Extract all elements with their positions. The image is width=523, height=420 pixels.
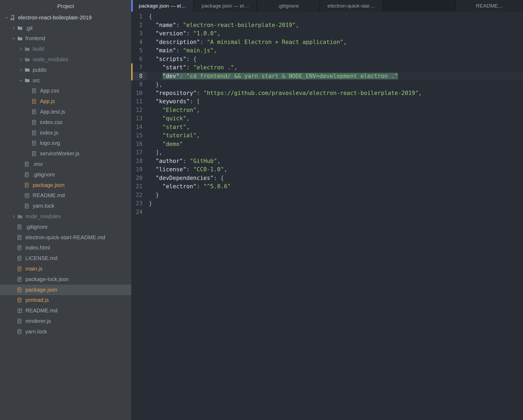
tree-item-electron-react-boilerplate-2019[interactable]: electron-react-boilerplate-2019 bbox=[0, 12, 131, 23]
file-icon bbox=[17, 245, 25, 250]
tree-item-yarn.lock[interactable]: yarn.lock bbox=[0, 326, 131, 337]
tree-item-index.html[interactable]: index.html bbox=[0, 243, 131, 253]
tree-item-build[interactable]: build bbox=[0, 44, 131, 54]
tree-item-app.js[interactable]: App.js bbox=[0, 96, 131, 107]
tree-item-frontend[interactable]: frontend bbox=[0, 33, 131, 44]
code-line-7: 7 "start": "electron .", bbox=[131, 63, 523, 72]
line-number: 22 bbox=[131, 191, 146, 200]
tree-item-node-modules[interactable]: node_modules bbox=[0, 54, 131, 65]
tree-item-.gitignore[interactable]: .gitignore bbox=[0, 169, 131, 180]
tree-item-package-lock.json[interactable]: package-lock.json bbox=[0, 274, 131, 285]
tree-item-preload.js[interactable]: preload.js bbox=[0, 295, 131, 306]
tree-item-app.css[interactable]: App.css bbox=[0, 86, 131, 96]
tree-item-label: yarn.lock bbox=[25, 329, 47, 335]
editor-tab-2[interactable]: .gitignore bbox=[257, 0, 320, 12]
tree-item-yarn.lock[interactable]: yarn.lock bbox=[0, 201, 131, 211]
tree-item-.gitignore[interactable]: .gitignore bbox=[0, 222, 131, 232]
tree-item-label: .gitignore bbox=[25, 224, 48, 230]
file-icon bbox=[25, 203, 33, 209]
file-icon bbox=[17, 329, 25, 334]
file-icon bbox=[17, 277, 25, 282]
code-text: "version": "1.0.0", bbox=[146, 29, 523, 38]
tree-item-public[interactable]: public bbox=[0, 65, 131, 75]
folder-icon bbox=[17, 36, 25, 41]
line-number: 15 bbox=[131, 131, 146, 140]
tree-item-label: .gitignore bbox=[33, 172, 55, 178]
tree-item-label: README.md bbox=[33, 192, 65, 199]
line-number: 6 bbox=[131, 55, 146, 64]
code-text: }, bbox=[146, 80, 523, 89]
chevron-down-icon[interactable] bbox=[17, 79, 25, 82]
tree-item-package.json[interactable]: package.json bbox=[0, 180, 131, 190]
tree-item-license.md[interactable]: LICENSE.md bbox=[0, 253, 131, 264]
line-number: 11 bbox=[131, 97, 146, 106]
code-text: } bbox=[146, 199, 523, 208]
tree-item-electron-quick-start-readme.md[interactable]: electron-quick-start-README.md bbox=[0, 232, 131, 243]
code-line-21: 21 "electron": "^5.0.6" bbox=[131, 182, 523, 191]
tree-item-index.js[interactable]: index.js bbox=[0, 128, 131, 138]
tree-item-label: package.json bbox=[33, 182, 65, 188]
book-icon bbox=[25, 193, 33, 198]
tree-item-label: public bbox=[33, 67, 47, 73]
file-icon bbox=[32, 99, 40, 104]
chevron-down-icon[interactable] bbox=[3, 16, 10, 19]
chevron-right-icon[interactable] bbox=[17, 58, 25, 61]
tree-item-readme.md[interactable]: README.md bbox=[0, 305, 131, 316]
tree-item-.git[interactable]: .git bbox=[0, 23, 131, 33]
book-icon bbox=[17, 308, 25, 313]
tree-item-app.test.js[interactable]: App.test.js bbox=[0, 107, 131, 117]
tree-item-label: App.test.js bbox=[40, 109, 65, 115]
editor-pane: package.json — el…package.json — el….git… bbox=[131, 0, 523, 420]
line-number: 12 bbox=[131, 106, 146, 115]
tree-item-label: package.json bbox=[25, 287, 57, 293]
tree-item-node-modules[interactable]: node_modules bbox=[0, 211, 131, 222]
tree-item-serviceworker.js[interactable]: serviceWorker.js bbox=[0, 148, 131, 159]
code-text: "tutorial", bbox=[146, 131, 523, 140]
line-number: 21 bbox=[131, 182, 146, 191]
file-icon bbox=[32, 151, 40, 156]
code-text: "electron": "^5.0.6" bbox=[146, 182, 523, 191]
chevron-down-icon[interactable] bbox=[10, 37, 17, 40]
editor-tab-1[interactable]: package.json — el… bbox=[194, 0, 257, 12]
code-line-12: 12 "Electron", bbox=[131, 106, 523, 115]
code-text: "author": "GitHub", bbox=[146, 157, 523, 166]
file-icon bbox=[17, 256, 25, 261]
tree-item-index.css[interactable]: index.css bbox=[0, 117, 131, 128]
code-line-14: 14 "start", bbox=[131, 123, 523, 132]
code-line-4: 4 "description": "A minimal Electron + R… bbox=[131, 38, 523, 47]
tree-item-label: .git bbox=[25, 25, 33, 31]
tree-item-readme.md[interactable]: README.md bbox=[0, 190, 131, 201]
tree-item-label: node_modules bbox=[25, 213, 61, 220]
code-text: "main": "main.js", bbox=[146, 46, 523, 55]
code-text: "scripts": { bbox=[146, 55, 523, 64]
tree-item-label: node_modules bbox=[33, 56, 68, 63]
line-number: 23 bbox=[131, 199, 146, 208]
tree-item-renderer.js[interactable]: renderer.js bbox=[0, 316, 131, 326]
chevron-right-icon[interactable] bbox=[10, 215, 17, 218]
code-editor[interactable]: 1{2 "name": "electron-react-boilerplate-… bbox=[131, 12, 523, 420]
chevron-right-icon[interactable] bbox=[17, 47, 25, 51]
tree-item-src[interactable]: src bbox=[0, 75, 131, 86]
tree-item-label: index.css bbox=[40, 119, 62, 125]
line-number: 10 bbox=[131, 89, 146, 98]
tree-item-logo.svg[interactable]: logo.svg bbox=[0, 138, 131, 149]
editor-tab-4[interactable]: README… bbox=[455, 0, 523, 12]
code-text: "repository": "https://github.com/pravos… bbox=[146, 89, 523, 98]
code-line-10: 10 "repository": "https://github.com/pra… bbox=[131, 89, 523, 98]
chevron-right-icon[interactable] bbox=[17, 68, 25, 72]
code-line-9: 9 }, bbox=[131, 80, 523, 89]
folder-icon bbox=[25, 57, 33, 62]
tree-item-label: .env bbox=[33, 161, 43, 167]
line-number: 24 bbox=[131, 208, 146, 217]
code-text: } bbox=[146, 191, 523, 200]
editor-tab-0[interactable]: package.json — el… bbox=[131, 0, 194, 12]
tab-label: package.json — el… bbox=[135, 3, 190, 9]
editor-tab-3[interactable]: electron-quick-star… bbox=[320, 0, 383, 12]
tree-item-package.json[interactable]: package.json bbox=[0, 285, 131, 295]
code-line-23: 23} bbox=[131, 199, 523, 208]
tree-item-label: frontend bbox=[25, 35, 45, 42]
code-text: "license": "CC0-1.0", bbox=[146, 165, 523, 174]
tree-item-main.js[interactable]: main.js bbox=[0, 264, 131, 274]
tree-item-.env[interactable]: .env bbox=[0, 159, 131, 169]
chevron-right-icon[interactable] bbox=[10, 26, 17, 30]
